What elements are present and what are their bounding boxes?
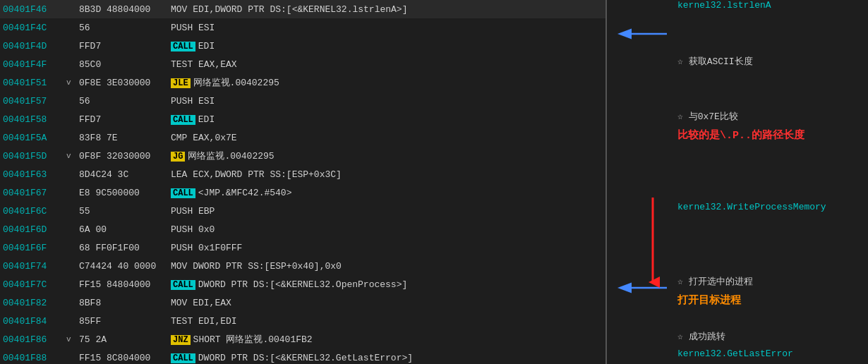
operand-text: MOV EDI,EAX xyxy=(171,298,231,308)
operand-text: MOV DWORD PTR SS:[ESP+0x40],0x0 xyxy=(171,261,342,272)
bytes: 85FF xyxy=(79,316,171,327)
jump-arrow: v xyxy=(66,78,79,87)
operand-text: SHORT 网络监视.00401FB2 xyxy=(193,334,313,345)
bytes: FF15 84804000 xyxy=(79,279,171,290)
operand-text: TEST EAX,EAX xyxy=(171,59,237,70)
instruction: MOV EDI,DWORD PTR DS:[<&KERNEL32.lstrlen… xyxy=(171,4,603,15)
annotation: kernel32.lstrlenA xyxy=(677,0,865,11)
blue-arrow-top xyxy=(614,20,670,48)
table-row[interactable]: 00401F6C55PUSH EBP xyxy=(0,202,605,220)
table-row[interactable]: 00401F828BF8MOV EDI,EAX xyxy=(0,293,605,312)
table-row[interactable]: 00401F4C56PUSH ESI xyxy=(0,18,605,37)
operand-text: PUSH 0x0 xyxy=(171,224,215,235)
instruction: CALLEDI xyxy=(171,114,603,125)
opcode-badge: JG xyxy=(171,152,185,162)
bytes: 85C0 xyxy=(79,59,171,70)
operand-text: MOV EDI,DWORD PTR DS:[<&KERNEL32.lstrlen… xyxy=(171,4,407,15)
bytes: FFD7 xyxy=(79,114,171,125)
operand-text: PUSH ESI xyxy=(171,23,215,33)
annotation: 比较的是\.P..的路径长度 xyxy=(677,128,865,142)
bytes: 55 xyxy=(79,206,171,217)
operand-text: 网络监视.00402295 xyxy=(188,151,274,162)
table-row[interactable]: 00401F51v0F8E 3E030000JLE网络监视.00402295 xyxy=(0,73,605,92)
instruction: PUSH ESI xyxy=(171,23,603,33)
table-row[interactable]: 00401F5Dv0F8F 32030000JG网络监视.00402295 xyxy=(0,147,605,165)
bytes: FFD7 xyxy=(79,41,171,51)
address: 00401F5A xyxy=(3,133,66,143)
address: 00401F4F xyxy=(3,59,66,70)
address: 00401F74 xyxy=(3,261,66,272)
bytes: C74424 40 0000 xyxy=(79,261,171,272)
instruction: TEST EAX,EAX xyxy=(171,59,603,70)
address: 00401F5D xyxy=(3,151,66,162)
table-row[interactable]: 00401F5A83F8 7ECMP EAX,0x7E xyxy=(0,128,605,147)
bytes: 0F8F 32030000 xyxy=(79,151,171,162)
annotation: ☆ 与0x7E比较 xyxy=(677,110,865,123)
table-row[interactable]: 00401F6F68 FF0F1F00PUSH 0x1F0FFF xyxy=(0,238,605,257)
jump-arrow: v xyxy=(66,335,79,344)
opcode-badge: CALL xyxy=(171,353,195,363)
address: 00401F86 xyxy=(3,334,66,345)
opcode-badge: JLE xyxy=(171,78,191,88)
disasm-container: 00401F468B3D 48804000MOV EDI,DWORD PTR D… xyxy=(0,0,868,364)
table-row[interactable]: 00401F67E8 9C500000CALL<JMP.&MFC42.#540> xyxy=(0,183,605,202)
address: 00401F57 xyxy=(3,96,66,107)
opcode-badge: CALL xyxy=(171,188,195,198)
instruction: PUSH 0x0 xyxy=(171,224,603,235)
operand-text: EDI xyxy=(198,41,215,51)
table-row[interactable]: 00401F8485FFTEST EDI,EDI xyxy=(0,312,605,330)
address: 00401F58 xyxy=(3,114,66,125)
red-arrow-down xyxy=(646,198,660,289)
operand-text: DWORD PTR DS:[<&KERNEL32.GetLastError>] xyxy=(198,353,413,363)
operand-text: CMP EAX,0x7E xyxy=(171,133,237,143)
operand-text: PUSH 0x1F0FFF xyxy=(171,243,242,253)
operand-text: PUSH ESI xyxy=(171,96,215,107)
instruction: CALLEDI xyxy=(171,41,603,51)
instruction: PUSH EBP xyxy=(171,206,603,217)
bytes: 0F8E 3E030000 xyxy=(79,78,171,88)
bytes: 68 FF0F1F00 xyxy=(79,243,171,253)
table-row[interactable]: 00401F468B3D 48804000MOV EDI,DWORD PTR D… xyxy=(0,0,605,18)
instruction: CALLDWORD PTR DS:[<&KERNEL32.OpenProcess… xyxy=(171,279,603,290)
bytes: E8 9C500000 xyxy=(79,188,171,198)
table-row[interactable]: 00401F58FFD7CALLEDI xyxy=(0,110,605,128)
bytes: 8D4C24 3C xyxy=(79,169,171,180)
left-panel: 00401F468B3D 48804000MOV EDI,DWORD PTR D… xyxy=(0,0,607,364)
operand-text: DWORD PTR DS:[<&KERNEL32.OpenProcess>] xyxy=(198,279,407,290)
bytes: 8BF8 xyxy=(79,298,171,308)
address: 00401F6F xyxy=(3,243,66,253)
table-row[interactable]: 00401F88FF15 8C804000CALLDWORD PTR DS:[<… xyxy=(0,348,605,364)
table-row[interactable]: 00401F4DFFD7CALLEDI xyxy=(0,37,605,55)
table-row[interactable]: 00401F74C74424 40 0000MOV DWORD PTR SS:[… xyxy=(0,257,605,275)
instruction: TEST EDI,EDI xyxy=(171,316,603,327)
address: 00401F82 xyxy=(3,298,66,308)
jump-arrow: v xyxy=(66,152,79,160)
instruction: JG网络监视.00402295 xyxy=(171,150,603,162)
operand-text: LEA ECX,DWORD PTR SS:[ESP+0x3C] xyxy=(171,169,342,180)
bytes: 56 xyxy=(79,23,171,33)
table-row[interactable]: 00401F7CFF15 84804000CALLDWORD PTR DS:[<… xyxy=(0,275,605,293)
address: 00401F63 xyxy=(3,169,66,180)
operand-text: <JMP.&MFC42.#540> xyxy=(198,188,292,198)
bytes: 6A 00 xyxy=(79,224,171,235)
operand-text: EDI xyxy=(198,114,215,125)
right-panel: kernel32.lstrlenA☆ 获取ASCII长度☆ 与0x7E比较比较的… xyxy=(607,0,868,364)
opcode-badge: CALL xyxy=(171,280,195,290)
operand-text: TEST EDI,EDI xyxy=(171,316,237,327)
address: 00401F6C xyxy=(3,206,66,217)
annotation: kernel32.GetLastError xyxy=(677,348,865,359)
annotation: ☆ 获取ASCII长度 xyxy=(677,55,865,68)
address: 00401F51 xyxy=(3,78,66,88)
address: 00401F88 xyxy=(3,353,66,363)
annotation: 打开目标进程 xyxy=(677,293,865,307)
bytes: 8B3D 48804000 xyxy=(79,4,171,15)
table-row[interactable]: 00401F86v75 2AJNZSHORT 网络监视.00401FB2 xyxy=(0,330,605,348)
address: 00401F6D xyxy=(3,224,66,235)
table-row[interactable]: 00401F4F85C0TEST EAX,EAX xyxy=(0,55,605,73)
address: 00401F7C xyxy=(3,279,66,290)
table-row[interactable]: 00401F638D4C24 3CLEA ECX,DWORD PTR SS:[E… xyxy=(0,165,605,183)
table-row[interactable]: 00401F5756PUSH ESI xyxy=(0,92,605,110)
bytes: FF15 8C804000 xyxy=(79,353,171,363)
table-row[interactable]: 00401F6D6A 00PUSH 0x0 xyxy=(0,220,605,238)
operand-text: 网络监视.00402295 xyxy=(193,78,279,88)
